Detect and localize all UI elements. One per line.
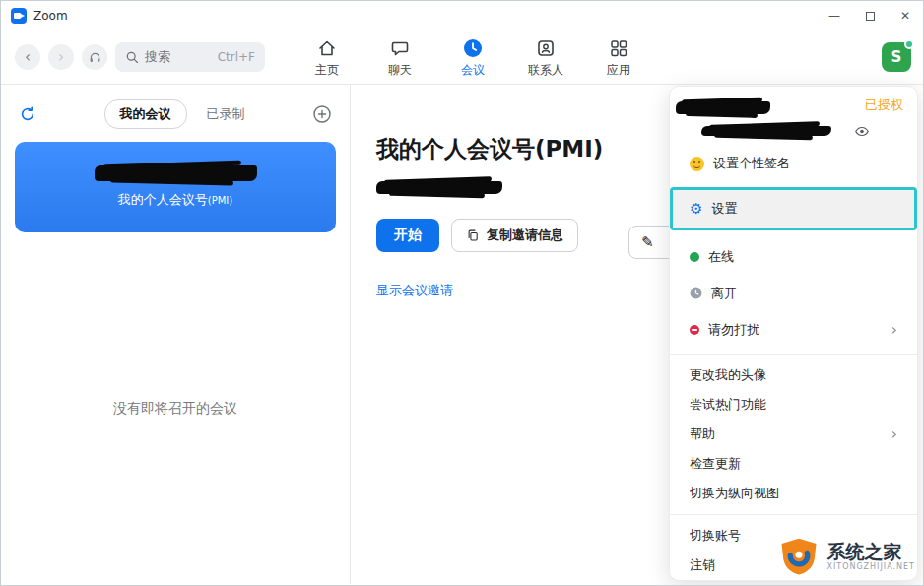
search-shortcut: Ctrl+F <box>218 50 255 64</box>
add-meeting-button[interactable] <box>312 104 332 124</box>
menu-item-status-dnd[interactable]: 请勿打扰 › <box>670 311 917 348</box>
menu-item-help[interactable]: 帮助 › <box>670 420 917 449</box>
menu-item-change-avatar[interactable]: 更改我的头像 <box>670 360 917 390</box>
eye-icon[interactable] <box>854 125 870 138</box>
back-button[interactable]: ‹ <box>15 44 40 70</box>
nav-home-label: 主页 <box>315 62 339 79</box>
plus-icon <box>312 104 332 124</box>
menu-item-check-updates[interactable]: 检查更新 <box>670 449 917 479</box>
headset-icon <box>88 50 102 65</box>
sidebar-header: 我的会议 已录制 <box>1 85 350 138</box>
no-upcoming-meetings-text: 没有即将召开的会议 <box>1 400 350 418</box>
headset-button[interactable] <box>82 44 107 70</box>
change-avatar-label: 更改我的头像 <box>690 366 766 384</box>
tab-recorded[interactable]: 已录制 <box>207 105 245 123</box>
smiley-icon <box>690 157 704 171</box>
portrait-view-label: 切换为纵向视图 <box>690 485 779 502</box>
watermark: 系统之家 XITONGZHIJIA.NET <box>778 536 915 577</box>
nav-apps-label: 应用 <box>607 62 630 79</box>
away-label: 离开 <box>711 285 737 302</box>
menu-divider <box>670 354 917 355</box>
chat-icon <box>389 37 411 59</box>
copy-invitation-label: 复制邀请信息 <box>487 227 563 244</box>
refresh-button[interactable] <box>19 105 36 123</box>
pmi-card-label: 我的个人会议号(PMI) <box>118 191 232 209</box>
switch-account-label: 切换账号 <box>690 527 741 545</box>
away-clock-icon <box>690 287 702 299</box>
sidebar: 我的会议 已录制 我的个人会议号(PMI) 没有即将召开的会议 <box>1 85 351 584</box>
topbar: ‹ › 搜索 Ctrl+F <box>1 31 923 85</box>
search-input[interactable]: 搜索 Ctrl+F <box>115 42 265 72</box>
refresh-icon <box>19 105 36 123</box>
presence-dot-icon <box>904 39 914 49</box>
start-button[interactable]: 开始 <box>376 219 439 252</box>
redacted-meeting-name <box>95 165 257 181</box>
authorized-badge: 已授权 <box>865 97 903 114</box>
pmi-meeting-card[interactable]: 我的个人会议号(PMI) <box>15 142 336 232</box>
contacts-icon <box>535 37 557 59</box>
nav-contacts[interactable]: 联系人 <box>521 37 570 79</box>
menu-item-settings[interactable]: ⚙ 设置 <box>673 190 914 228</box>
check-updates-label: 检查更新 <box>690 455 741 473</box>
avatar-letter: S <box>891 48 902 66</box>
redacted-meeting-id <box>376 181 502 194</box>
maximize-icon <box>866 12 875 21</box>
sidebar-tabs: 我的会议 已录制 <box>36 99 312 129</box>
topbar-left-controls: ‹ › 搜索 Ctrl+F <box>15 42 265 72</box>
nav-meetings[interactable]: 会议 <box>448 37 497 79</box>
xitongzhijia-logo-icon <box>778 536 820 577</box>
chevron-right-icon: › <box>891 322 897 338</box>
user-email-row <box>670 118 917 144</box>
pencil-icon: ✎ <box>641 233 654 251</box>
settings-label: 设置 <box>711 200 737 218</box>
menu-item-signature[interactable]: 设置个性签名 <box>670 148 917 179</box>
dnd-dot-icon <box>690 325 699 335</box>
avatar[interactable]: S <box>882 42 911 72</box>
titlebar: Zoom — ✕ <box>1 1 923 31</box>
tab-my-meetings[interactable]: 我的会议 <box>104 99 187 129</box>
apps-icon <box>608 37 629 59</box>
copy-icon <box>466 228 480 242</box>
minimize-button[interactable]: — <box>817 1 852 31</box>
nav-chat-label: 聊天 <box>388 62 412 79</box>
maximize-button[interactable] <box>852 1 888 31</box>
menu-item-portrait-view[interactable]: 切换为纵向视图 <box>670 479 917 508</box>
nav-chat[interactable]: 聊天 <box>375 37 425 79</box>
signature-label: 设置个性签名 <box>713 155 790 172</box>
nav-apps[interactable]: 应用 <box>594 37 643 79</box>
close-button[interactable]: ✕ <box>888 1 923 31</box>
settings-highlight-box: ⚙ 设置 <box>670 187 917 230</box>
nav-contacts-label: 联系人 <box>528 62 563 79</box>
sign-out-label: 注销 <box>690 556 715 574</box>
window-title: Zoom <box>33 9 68 23</box>
window-controls: — ✕ <box>817 1 923 31</box>
watermark-text: 系统之家 XITONGZHIJIA.NET <box>826 542 915 571</box>
chevron-right-icon: › <box>891 426 897 442</box>
meetings-icon <box>462 37 484 59</box>
home-icon <box>316 37 338 59</box>
gear-icon: ⚙ <box>690 202 702 217</box>
user-menu: 已授权 设置个性签名 ⚙ 设置 在线 <box>669 86 918 581</box>
menu-item-status-online[interactable]: 在线 <box>670 238 917 275</box>
dnd-label: 请勿打扰 <box>708 321 759 339</box>
try-features-label: 尝试热门功能 <box>690 396 766 414</box>
watermark-subtitle: XITONGZHIJIA.NET <box>826 562 915 571</box>
main-nav: 主页 聊天 会议 联系人 <box>302 37 643 79</box>
nav-home[interactable]: 主页 <box>302 37 352 79</box>
copy-invitation-button[interactable]: 复制邀请信息 <box>451 219 578 252</box>
online-dot-icon <box>690 252 699 262</box>
nav-meetings-label: 会议 <box>461 62 485 79</box>
redacted-user-name <box>676 101 770 114</box>
redacted-user-email <box>701 126 831 136</box>
zoom-logo-icon <box>11 8 27 24</box>
menu-divider <box>670 514 917 515</box>
search-placeholder: 搜索 <box>145 48 170 66</box>
online-label: 在线 <box>708 248 734 266</box>
forward-button[interactable]: › <box>48 44 74 70</box>
watermark-title: 系统之家 <box>826 542 915 562</box>
menu-item-try-features[interactable]: 尝试热门功能 <box>670 390 917 420</box>
search-icon <box>125 50 139 64</box>
help-label: 帮助 <box>690 425 715 443</box>
show-invitation-link[interactable]: 显示会议邀请 <box>376 282 453 299</box>
menu-item-status-away[interactable]: 离开 <box>670 275 917 311</box>
